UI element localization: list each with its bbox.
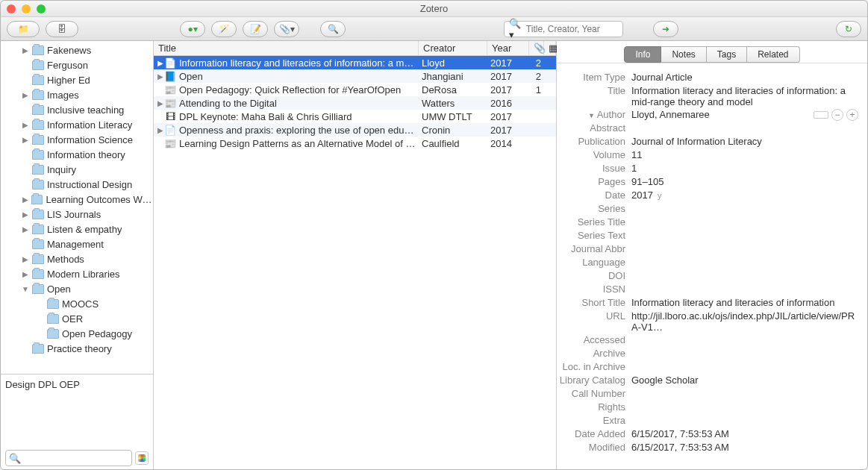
collection-folder[interactable]: ▶Fakenews [1,43,153,57]
disclosure-triangle[interactable]: ▶ [22,91,29,99]
minimize-window-button[interactable] [22,4,31,13]
column-attachments[interactable]: 📎 [529,41,544,55]
collection-folder[interactable]: MOOCS [1,296,153,311]
titlebar: Zotero [1,1,867,17]
collection-folder[interactable]: ▶Listen & empathy [1,222,153,236]
item-row[interactable]: 🎞DPL Keynote: Maha Bali & Chris Gilliard… [154,110,556,123]
collection-folder[interactable]: ▶Methods [1,251,153,266]
collection-folder[interactable]: ▶Information Literacy [1,117,153,132]
search-input[interactable] [526,24,618,34]
add-by-identifier-button[interactable]: 🪄 [211,21,237,37]
add-attachment-button[interactable]: 📎▾ [274,21,299,37]
item-row[interactable]: 📰Learning Design Patterns as an Alternat… [154,137,556,150]
collection-folder[interactable]: OER [1,311,153,326]
metadata-row: Modified6/15/2017, 7:53:53 AM [557,441,858,454]
collection-folder[interactable]: Instructional Design [1,177,153,192]
tab-notes[interactable]: Notes [661,46,706,63]
field-label: ▼ Author [557,109,631,120]
column-year[interactable]: Year [487,41,529,55]
tab-related[interactable]: Related [747,46,799,63]
field-value[interactable]: Journal of Information Literacy [631,136,858,147]
locate-button[interactable]: ➜ [653,21,678,37]
disclosure-triangle[interactable]: ▶ [154,126,164,134]
tag-search[interactable]: 🔍 [5,450,132,466]
tag-options-button[interactable] [135,451,149,465]
disclosure-triangle[interactable]: ▶ [22,270,29,278]
field-value[interactable]: 91–105 [631,176,858,187]
folder-icon [31,195,43,204]
field-label: DOI [557,270,631,281]
item-row[interactable]: ▶📄Information literacy and literacies of… [154,56,556,69]
collection-folder[interactable]: Practice theory [1,341,153,356]
disclosure-triangle[interactable]: ▶ [22,136,29,144]
field-value[interactable]: 2017y [631,189,858,201]
close-window-button[interactable] [7,4,16,13]
collection-folder[interactable]: Inclusive teaching [1,102,153,117]
tag-list[interactable]: Design DPL OEP [5,379,149,450]
item-row[interactable]: 📰Open Pedagogy: Quick Reflection for #Ye… [154,83,556,96]
new-note-button[interactable]: 📝 [243,21,268,37]
column-title[interactable]: Title [154,41,419,55]
creator-type-toggle[interactable] [814,111,828,119]
item-year: 2017 [487,125,529,136]
collection-folder[interactable]: ▶Modern Libraries [1,266,153,281]
collection-folder[interactable]: Ferguson [1,57,153,72]
collections-tree[interactable]: ▶FakenewsFergusonHigher Ed▶ImagesInclusi… [1,41,153,374]
collection-folder[interactable]: ▶Learning Outcomes Wor… [1,192,153,207]
column-header[interactable]: Title Creator Year 📎 ▦ [154,41,556,56]
new-collection-button[interactable]: 📁 [7,21,40,37]
item-row[interactable]: ▶📘OpenJhangiani20172 [154,69,556,83]
collection-folder[interactable]: ▶LIS Journals [1,207,153,222]
disclosure-triangle[interactable]: ▶ [22,121,29,129]
folder-label: Modern Libraries [47,269,120,280]
field-value[interactable]: 1 [631,163,858,174]
field-value[interactable]: 6/15/2017, 7:53:53 AM [631,442,858,453]
new-library-button[interactable]: 🗄 [46,21,78,37]
item-year: 2017 [487,57,529,69]
column-creator[interactable]: Creator [419,41,487,55]
collection-folder[interactable]: Inquiry [1,162,153,177]
advanced-search-button[interactable]: 🔍 [320,21,346,37]
tag-search-input[interactable] [24,453,128,463]
field-value[interactable]: 11 [631,149,858,160]
column-options[interactable]: ▦ [544,41,556,55]
collection-folder[interactable]: ▶Information Science [1,132,153,147]
collection-folder[interactable]: Information theory [1,147,153,162]
field-value[interactable]: Google Scholar [631,375,858,386]
field-value[interactable]: 6/15/2017, 7:53:53 AM [631,428,858,439]
tab-info[interactable]: Info [624,46,661,63]
disclosure-triangle[interactable]: ▼ [22,285,29,293]
disclosure-triangle[interactable]: ▶ [154,72,164,81]
collection-folder[interactable]: Open Pedagogy [1,326,153,341]
field-value[interactable]: Information literacy and literacies of i… [631,85,858,107]
field-value[interactable]: http://jil.lboro.ac.uk/ojs/index.php/JIL… [631,310,858,333]
collection-folder[interactable]: ▶Images [1,87,153,102]
item-creator: Jhangiani [419,71,487,82]
folder-icon [32,105,44,115]
new-item-button[interactable]: ●▾ [180,21,205,37]
remove-creator-button[interactable]: − [831,109,843,121]
search-box[interactable]: 🔍▾ [504,21,623,37]
field-value[interactable]: Lloyd, Annemaree [631,109,814,120]
folder-label: Open Pedagogy [62,328,132,339]
disclosure-triangle[interactable]: ▶ [22,225,29,234]
disclosure-triangle[interactable]: ▶ [22,195,28,204]
field-value[interactable]: Journal Article [631,72,858,83]
field-label: Publication [557,136,631,147]
folder-icon [32,150,44,160]
sync-button[interactable]: ↻ [836,21,861,37]
item-row[interactable]: ▶📰Attending to the DigitalWatters2016 [154,96,556,110]
disclosure-triangle[interactable]: ▶ [154,59,164,67]
field-value[interactable]: Information literacy and literacies of i… [631,297,858,308]
disclosure-triangle[interactable]: ▶ [154,99,164,107]
disclosure-triangle[interactable]: ▶ [22,210,29,219]
disclosure-triangle[interactable]: ▶ [22,46,29,54]
collection-folder[interactable]: ▼Open [1,281,153,296]
disclosure-triangle[interactable]: ▶ [22,255,29,263]
fullscreen-window-button[interactable] [37,4,46,13]
add-creator-button[interactable]: + [846,109,858,121]
tab-tags[interactable]: Tags [707,46,747,63]
collection-folder[interactable]: Management [1,236,153,251]
collection-folder[interactable]: Higher Ed [1,72,153,87]
item-row[interactable]: ▶📄Openness and praxis: exploring the use… [154,123,556,137]
